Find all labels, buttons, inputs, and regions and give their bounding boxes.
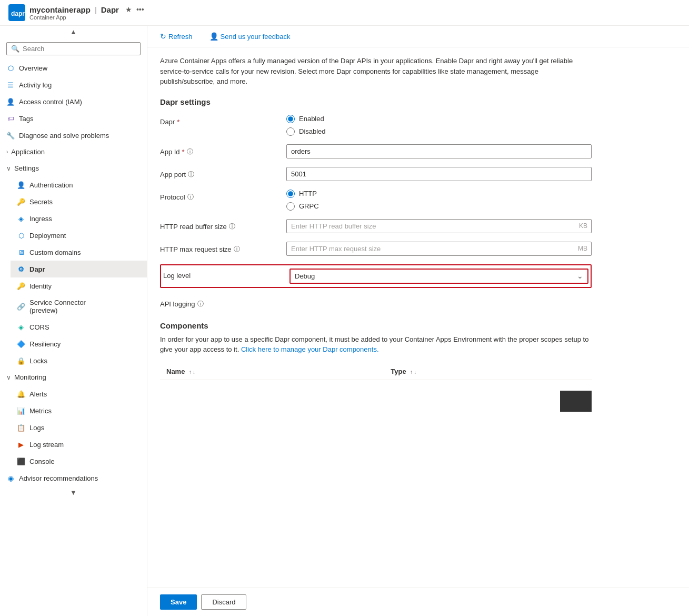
components-table: Name ↑ ↓ Type ↑ ↓: [160, 363, 592, 380]
sidebar-item-cors[interactable]: ◈ CORS: [11, 319, 147, 335]
search-box[interactable]: 🔍: [6, 42, 141, 55]
dapr-enabled-option[interactable]: Enabled: [286, 115, 592, 123]
http-max-request-row: HTTP max request size ⓘ MB: [160, 242, 592, 256]
settings-section-title: Dapr settings: [160, 97, 676, 106]
app-port-label-text: App port: [160, 171, 186, 178]
sidebar-item-identity[interactable]: 🔑 Identity: [11, 277, 147, 294]
name-sort-desc-icon[interactable]: ↓: [193, 369, 195, 375]
name-column-label: Name: [166, 367, 185, 375]
sidebar-item-alerts[interactable]: 🔔 Alerts: [11, 385, 147, 402]
dapr-enabled-label[interactable]: Enabled: [299, 115, 324, 123]
http-max-request-info-icon[interactable]: ⓘ: [234, 245, 240, 254]
name-column-header[interactable]: Name ↑ ↓: [160, 363, 384, 380]
content-body: Azure Container Apps offers a fully mana…: [147, 47, 689, 588]
sidebar-item-metrics[interactable]: 📊 Metrics: [11, 402, 147, 419]
sidebar-item-label: Activity log: [19, 81, 52, 89]
http-read-buffer-field-label: HTTP read buffer size ⓘ: [160, 219, 286, 231]
log-level-control: Debug Info Warn Error: [289, 269, 588, 284]
http-max-request-label-text: HTTP max request size: [160, 245, 232, 253]
sidebar-item-tags[interactable]: 🏷 Tags: [0, 110, 147, 127]
sidebar-item-ingress[interactable]: ◈ Ingress: [11, 210, 147, 227]
name-sort-asc-icon[interactable]: ↑: [189, 369, 192, 375]
monitoring-subitems: 🔔 Alerts 📊 Metrics 📋 Logs ▶ Log stream ⬛…: [0, 385, 147, 470]
save-button[interactable]: Save: [160, 594, 197, 610]
protocol-http-radio[interactable]: [286, 190, 295, 198]
sidebar-item-label: Log stream: [29, 441, 64, 449]
sidebar-item-overview[interactable]: ⬡ Overview: [0, 59, 147, 76]
dapr-disabled-radio[interactable]: [286, 127, 295, 136]
sidebar-item-label: Custom domains: [29, 249, 81, 256]
sidebar-item-logs[interactable]: 📋 Logs: [11, 419, 147, 436]
sidebar-item-secrets[interactable]: 🔑 Secrets: [11, 193, 147, 210]
sidebar-item-custom-domains[interactable]: 🖥 Custom domains: [11, 244, 147, 261]
dapr-nav-icon: ⚙: [17, 265, 25, 273]
sidebar-item-resiliency[interactable]: 🔷 Resiliency: [11, 335, 147, 352]
dapr-disabled-label[interactable]: Disabled: [299, 127, 326, 135]
app-id-info-icon[interactable]: ⓘ: [187, 147, 193, 156]
sidebar-item-label: Alerts: [29, 390, 47, 398]
feedback-button[interactable]: 👤 Send us your feedback: [205, 30, 295, 43]
dapr-disabled-option[interactable]: Disabled: [286, 127, 592, 136]
api-logging-info-icon[interactable]: ⓘ: [197, 300, 204, 309]
http-read-buffer-control: KB: [286, 219, 592, 233]
sidebar-item-dapr[interactable]: ⚙ Dapr: [11, 261, 147, 277]
page-title: Dapr: [101, 5, 119, 14]
star-icon[interactable]: ★: [125, 5, 132, 14]
sidebar-item-monitoring[interactable]: ∨ Monitoring: [0, 369, 147, 385]
sidebar-item-authentication[interactable]: 👤 Authentication: [11, 176, 147, 193]
sidebar-item-label: Diagnose and solve problems: [19, 132, 109, 140]
http-read-buffer-suffix: KB: [579, 222, 587, 230]
service-connector-icon: 🔗: [17, 302, 25, 311]
sidebar-item-deployment[interactable]: ⬡ Deployment: [11, 227, 147, 244]
app-port-info-icon[interactable]: ⓘ: [188, 170, 194, 179]
scroll-down-btn[interactable]: ▼: [0, 486, 147, 499]
api-logging-control: [286, 296, 592, 304]
dapr-logo-icon: dapr: [8, 4, 25, 21]
protocol-grpc-label[interactable]: GRPC: [299, 202, 319, 210]
app-id-input[interactable]: [286, 144, 592, 158]
http-read-buffer-input[interactable]: [286, 219, 592, 233]
table-header-row: Name ↑ ↓ Type ↑ ↓: [160, 363, 592, 380]
components-manage-link[interactable]: Click here to manage your Dapr component…: [241, 345, 379, 353]
protocol-radio-group: HTTP GRPC: [286, 190, 592, 211]
sidebar-item-advisor[interactable]: ◉ Advisor recommendations: [0, 470, 147, 486]
sidebar-item-application[interactable]: › Application: [0, 144, 147, 160]
app-port-input[interactable]: [286, 167, 592, 181]
dapr-enabled-radio[interactable]: [286, 115, 295, 123]
search-input[interactable]: [23, 45, 136, 53]
protocol-grpc-radio[interactable]: [286, 202, 295, 211]
type-sort-asc-icon[interactable]: ↑: [410, 369, 413, 375]
title-separator: |: [95, 5, 97, 14]
http-max-request-control: MB: [286, 242, 592, 256]
type-column-header[interactable]: Type ↑ ↓: [384, 363, 592, 380]
sidebar-item-service-connector[interactable]: 🔗 Service Connector(preview): [11, 294, 147, 319]
protocol-http-option[interactable]: HTTP: [286, 190, 592, 198]
sidebar-item-locks[interactable]: 🔒 Locks: [11, 352, 147, 369]
more-icon[interactable]: •••: [136, 5, 144, 14]
sidebar-item-label: Metrics: [29, 407, 52, 415]
content-area: ↻ Refresh 👤 Send us your feedback Azure …: [147, 26, 689, 616]
type-sort-desc-icon[interactable]: ↓: [414, 369, 416, 375]
dapr-field-label: Dapr *: [160, 115, 286, 126]
protocol-grpc-option[interactable]: GRPC: [286, 202, 592, 211]
sidebar-item-diagnose[interactable]: 🔧 Diagnose and solve problems: [0, 127, 147, 144]
sidebar-item-activity-log[interactable]: ☰ Activity log: [0, 76, 147, 93]
http-read-buffer-info-icon[interactable]: ⓘ: [229, 222, 235, 231]
sidebar-item-console[interactable]: ⬛ Console: [11, 453, 147, 470]
log-level-select[interactable]: Debug Info Warn Error: [289, 269, 588, 284]
overview-icon: ⬡: [6, 64, 15, 72]
protocol-http-label[interactable]: HTTP: [299, 190, 317, 197]
name-sort-icons: ↑ ↓: [189, 369, 195, 375]
metrics-icon: 📊: [17, 406, 25, 415]
protocol-info-icon[interactable]: ⓘ: [187, 193, 194, 202]
http-max-request-input[interactable]: [286, 242, 592, 256]
api-logging-field-label: API logging ⓘ: [160, 296, 286, 309]
advisor-icon: ◉: [6, 474, 15, 482]
sidebar-item-settings[interactable]: ∨ Settings: [0, 160, 147, 176]
discard-button[interactable]: Discard: [201, 594, 246, 610]
dapr-label-text: Dapr: [160, 118, 175, 126]
refresh-button[interactable]: ↻ Refresh: [156, 30, 197, 43]
sidebar-item-access-control[interactable]: 👤 Access control (IAM): [0, 93, 147, 110]
scroll-up-btn[interactable]: ▲: [0, 26, 147, 38]
sidebar-item-log-stream[interactable]: ▶ Log stream: [11, 436, 147, 453]
